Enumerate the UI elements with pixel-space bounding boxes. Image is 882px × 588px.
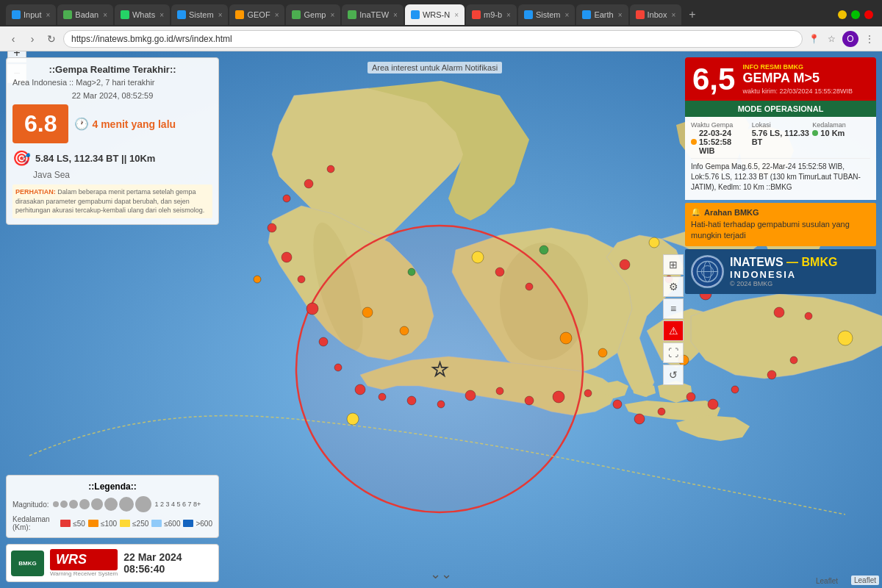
tab-label: Earth xyxy=(594,10,613,19)
tab-inatew[interactable]: InaTEW × xyxy=(342,4,404,25)
svg-point-36 xyxy=(805,312,812,320)
tab-favicon xyxy=(524,10,533,19)
magnitude-label: Magnitudo: xyxy=(12,501,49,509)
kedalaman-value: 10 Km xyxy=(812,129,870,137)
settings-button[interactable]: ⚙ xyxy=(663,276,684,297)
legend-title: ::Legenda:: xyxy=(12,481,212,492)
tab-close[interactable]: × xyxy=(671,11,675,19)
tab-label: Sistem xyxy=(189,10,214,19)
svg-point-41 xyxy=(400,326,409,335)
tab-close[interactable]: × xyxy=(506,11,511,19)
reload-button[interactable]: ↻ xyxy=(44,32,59,46)
forward-button[interactable]: › xyxy=(25,32,40,46)
dot-7 xyxy=(119,497,134,512)
dot-green xyxy=(812,130,818,136)
dot-1 xyxy=(53,501,59,507)
magnitude-number: 6.8 xyxy=(12,104,68,143)
maximize-button[interactable] xyxy=(851,10,860,19)
svg-point-22 xyxy=(658,408,665,415)
tab-label: InaTEW xyxy=(359,10,389,19)
alert-info: INFO RESMI BMKG GEMPA M>5 waktu kirim: 2… xyxy=(742,63,869,95)
inatews-country: INDONESIA xyxy=(730,269,837,280)
depth-color-1 xyxy=(60,520,71,527)
tab-sistem2[interactable]: Sistem × xyxy=(518,4,575,25)
tab-earth[interactable]: Earth × xyxy=(576,4,628,25)
tab-close[interactable]: × xyxy=(393,11,398,19)
svg-point-37 xyxy=(283,195,290,202)
depth-item-2: ≤100 xyxy=(88,520,117,528)
depth-text-3: ≤250 xyxy=(132,520,148,528)
inatews-highlight: — xyxy=(786,256,801,268)
wrs-time: 08:56:40 xyxy=(123,563,182,575)
bookmark-icon[interactable]: ☆ xyxy=(825,32,838,46)
svg-point-42 xyxy=(560,332,572,344)
arahan-title-text: Arahan BMKG xyxy=(704,208,759,217)
wrs-logo-container: WRS Warning Receiver System xyxy=(50,549,118,577)
svg-point-13 xyxy=(407,396,416,405)
mode-bar: MODE OPERASIONAL xyxy=(685,101,876,117)
url-input[interactable]: https://inatews.bmkg.go.id/wrs/index.htm… xyxy=(63,30,803,48)
svg-point-39 xyxy=(327,165,334,173)
tab-gemp[interactable]: Gemp × xyxy=(286,4,340,25)
tab-input[interactable]: Input × xyxy=(6,4,56,25)
alert-button[interactable]: ⚠ xyxy=(663,320,684,341)
tab-close[interactable]: × xyxy=(159,11,164,19)
svg-point-23 xyxy=(686,392,695,401)
tab-close[interactable]: × xyxy=(618,11,623,19)
svg-point-10 xyxy=(334,364,342,371)
menu-button[interactable]: ≡ xyxy=(663,298,684,319)
close-button[interactable] xyxy=(864,10,873,19)
fullscreen-button[interactable]: ⛶ xyxy=(663,343,684,363)
panel-title: ::Gempa Realtime Terakhir:: xyxy=(12,64,212,75)
refresh-button[interactable]: ↺ xyxy=(663,365,684,385)
tab-close[interactable]: × xyxy=(218,11,223,19)
panel-time: 22 Mar 2024, 08:52:59 xyxy=(12,91,212,100)
tab-whats[interactable]: Whats × xyxy=(115,4,170,25)
tab-close[interactable]: × xyxy=(565,11,570,19)
arahan-title: 🔔 Arahan BMKG xyxy=(691,207,870,217)
tab-close[interactable]: × xyxy=(330,11,334,19)
svg-point-46 xyxy=(472,251,484,263)
alert-magnitude: 6,5 xyxy=(692,64,735,95)
depth-text-4: ≤600 xyxy=(164,520,180,528)
waktu-value: 22-03-2415:52:58 WIB xyxy=(691,129,749,155)
new-tab-button[interactable]: + xyxy=(683,8,701,21)
right-panel: 6,5 INFO RESMI BMKG GEMPA M>5 waktu kiri… xyxy=(685,57,876,294)
depth-text-1: ≤50 xyxy=(73,520,85,528)
inatews-banner: INATEWS — BMKG INDONESIA © 2024 BMKG xyxy=(685,249,876,294)
tab-wrs[interactable]: WRS-N × xyxy=(405,4,465,25)
quake-description: Info Gempa Mag.6.5, 22-Mar-24 15:52:58 W… xyxy=(691,158,870,196)
quake-detail-row: Waktu Gempa 22-03-2415:52:58 WIB Lokasi … xyxy=(691,121,870,155)
kedalaman-col: Kedalaman 10 Km xyxy=(812,121,870,155)
location-icon: 📍 xyxy=(807,32,820,46)
tab-geof[interactable]: GEOF × xyxy=(229,4,284,25)
location-display: 🎯 5.84 LS, 112.34 BT || 10Km xyxy=(12,149,212,167)
svg-point-26 xyxy=(767,370,776,379)
dot-8 xyxy=(135,496,151,512)
legend-panel: ::Legenda:: Magnitudo: 1 2 3 4 5 6 7 8+ … xyxy=(6,475,219,538)
svg-point-35 xyxy=(774,307,784,318)
tab-badan[interactable]: Badan × xyxy=(57,4,113,25)
waktu-value: 22/03/2024 15:55:28WIB xyxy=(779,87,853,95)
inatews-label: INATEWS xyxy=(730,256,784,268)
layers-button[interactable]: ⊞ xyxy=(663,254,684,275)
tab-close[interactable]: × xyxy=(46,11,50,19)
tab-m9b[interactable]: m9-b × xyxy=(466,4,517,25)
location-name: Java Sea xyxy=(33,170,212,180)
tab-sistem[interactable]: Sistem × xyxy=(171,4,228,25)
alert-time: waktu kirim: 22/03/2024 15:55:28WIB xyxy=(742,87,869,95)
area-interest-label: Area interest untuk Alarm Notifikasi xyxy=(368,62,502,74)
tab-close[interactable]: × xyxy=(454,11,459,19)
profile-icon[interactable]: O xyxy=(842,31,858,47)
back-button[interactable]: ‹ xyxy=(6,32,21,46)
tab-inbox[interactable]: Inbox × xyxy=(630,4,682,25)
tab-close[interactable]: × xyxy=(103,11,107,19)
svg-point-19 xyxy=(584,390,592,397)
menu-icon[interactable]: ⋮ xyxy=(863,32,876,46)
wrs-datetime: 22 Mar 2024 08:56:40 xyxy=(123,551,182,575)
minimize-button[interactable] xyxy=(838,10,847,19)
tab-close[interactable]: × xyxy=(275,11,279,19)
dot-orange xyxy=(691,139,697,145)
arahan-text: Hati-hati terhadap gempabumi susulan yan… xyxy=(691,219,870,242)
svg-point-45 xyxy=(254,276,261,283)
